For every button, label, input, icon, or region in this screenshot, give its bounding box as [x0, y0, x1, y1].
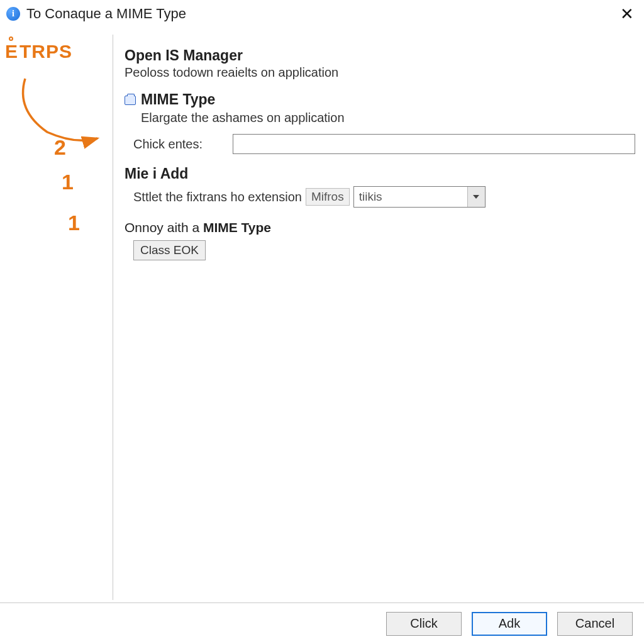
entes-field-row: Chick entes: [133, 134, 635, 154]
step-number-1b: 1 [68, 211, 80, 235]
brand-logo: E TRPS [5, 41, 108, 62]
chevron-down-icon[interactable] [467, 187, 485, 207]
mime-type-heading: MIME Type [141, 91, 215, 108]
footer: Click Adk Cancel [0, 602, 644, 644]
final-pre: Onnoy aith a [125, 220, 203, 235]
sidebar: E TRPS 2 1 1 [0, 35, 113, 600]
extension-suffix: Mifros [306, 188, 350, 206]
titlebar: i To Conaque a MIME Type ✕ [0, 0, 644, 30]
class-eok-button[interactable]: Class EOK [133, 240, 206, 260]
mime-type-sub: Elargate the ashames on application [141, 111, 635, 125]
body: E TRPS 2 1 1 Open IS Manager Peoloss tod… [0, 35, 644, 600]
extension-combo[interactable]: tiikis [353, 186, 486, 208]
brand-accent: E [5, 41, 18, 62]
step-number-2: 2 [54, 135, 66, 160]
final-line: Onnoy aith a MIME Type [125, 220, 635, 235]
click-button[interactable]: Click [386, 612, 462, 636]
section-sub-open: Peoloss todown reaielts on application [125, 65, 635, 80]
brand-text: TRPS [19, 41, 72, 62]
brand-dot-icon [9, 36, 13, 41]
info-icon: i [6, 7, 20, 21]
mime-type-heading-row: MIME Type [125, 91, 635, 109]
extension-row: Sttlet the fixtrans ho extension Mifros … [133, 186, 635, 208]
add-heading: Mie i Add [125, 165, 635, 182]
main-content: Open IS Manager Peoloss todown reaielts … [113, 35, 644, 600]
final-bold: MIME Type [203, 220, 271, 235]
entes-label: Chick entes: [133, 137, 221, 152]
extension-label: Sttlet the fixtrans ho extension [133, 190, 302, 204]
entes-input[interactable] [233, 134, 635, 154]
adk-button[interactable]: Adk [472, 612, 547, 636]
mime-type-icon [125, 96, 136, 105]
close-icon[interactable]: ✕ [616, 4, 638, 24]
dialog-title: To Conaque a MIME Type [26, 6, 186, 22]
cancel-button[interactable]: Cancel [557, 612, 633, 636]
step-number-1a: 1 [62, 170, 74, 194]
extension-combo-text: tiikis [354, 187, 467, 207]
section-heading-open: Open IS Manager [125, 47, 635, 64]
